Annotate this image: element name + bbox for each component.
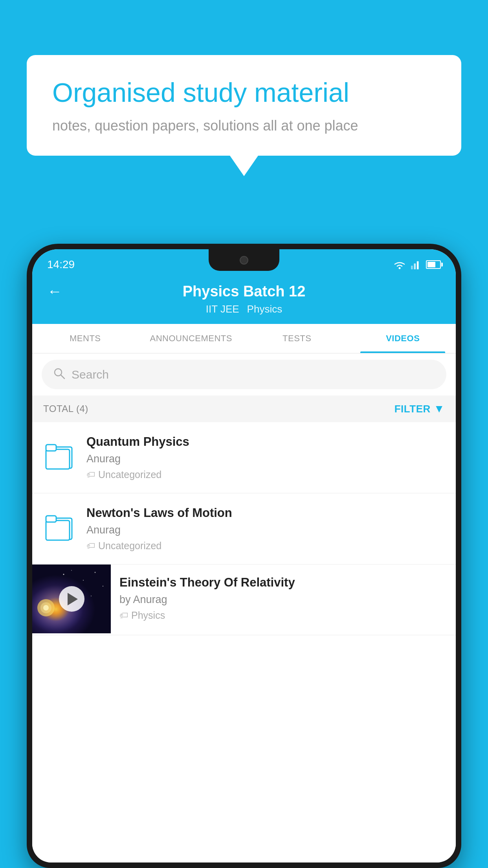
video-info-quantum: Quantum Physics Anurag 🏷 Uncategorized xyxy=(86,435,446,480)
filter-button[interactable]: FILTER ▼ xyxy=(394,403,445,415)
bubble-subtitle: notes, question papers, solutions all at… xyxy=(52,118,436,134)
phone-outer: 14:29 xyxy=(27,244,461,868)
search-bar[interactable]: Search xyxy=(42,360,446,389)
video-title: Quantum Physics xyxy=(86,435,446,449)
filter-label: FILTER xyxy=(394,403,431,415)
phone-container: 14:29 xyxy=(27,244,461,868)
svg-point-15 xyxy=(43,605,49,611)
svg-rect-1 xyxy=(411,266,413,269)
svg-point-18 xyxy=(95,572,96,573)
video-info-newton: Newton's Laws of Motion Anurag 🏷 Uncateg… xyxy=(86,506,446,552)
signal-icon xyxy=(411,259,421,270)
header-subtitle: IIT JEE Physics xyxy=(206,303,282,315)
tag-icon: 🏷 xyxy=(119,611,128,621)
tab-announcements[interactable]: ANNOUNCEMENTS xyxy=(138,324,244,353)
bubble-title: Organised study material xyxy=(52,77,436,109)
video-info-einstein: Einstein's Theory Of Relativity by Anura… xyxy=(111,565,446,632)
video-title: Newton's Laws of Motion xyxy=(86,506,446,520)
svg-rect-2 xyxy=(414,263,416,269)
list-item[interactable]: Einstein's Theory Of Relativity by Anura… xyxy=(32,565,456,635)
phone-screen: 14:29 xyxy=(32,249,456,862)
app-header: ← Physics Batch 12 IIT JEE Physics xyxy=(32,276,456,324)
tag-label: Physics xyxy=(131,610,165,621)
header-title: Physics Batch 12 xyxy=(183,283,306,300)
header-tag-iitjee: IIT JEE xyxy=(206,303,239,315)
header-top: ← Physics Batch 12 xyxy=(47,283,441,300)
list-item[interactable]: Quantum Physics Anurag 🏷 Uncategorized xyxy=(32,422,456,493)
video-author: Anurag xyxy=(86,524,446,536)
back-button[interactable]: ← xyxy=(47,283,62,300)
wifi-icon xyxy=(393,259,406,270)
folder-icon-svg xyxy=(45,438,73,471)
svg-rect-7 xyxy=(46,449,70,469)
header-tag-physics: Physics xyxy=(247,303,283,315)
filter-row: TOTAL (4) FILTER ▼ xyxy=(32,395,456,422)
phone-notch xyxy=(209,249,279,271)
battery-fill xyxy=(427,262,435,267)
tag-label: Uncategorized xyxy=(98,540,161,552)
svg-rect-8 xyxy=(46,445,56,451)
svg-point-21 xyxy=(91,596,92,596)
content-list: Quantum Physics Anurag 🏷 Uncategorized xyxy=(32,422,456,862)
video-title: Einstein's Theory Of Relativity xyxy=(119,576,446,590)
search-icon xyxy=(53,367,65,382)
video-tag: 🏷 Physics xyxy=(119,610,446,621)
phone-camera xyxy=(240,256,248,265)
video-tag: 🏷 Uncategorized xyxy=(86,540,446,552)
video-author: Anurag xyxy=(86,453,446,465)
tag-icon: 🏷 xyxy=(86,541,95,551)
thumbnail-container-einstein xyxy=(32,565,111,633)
thumbnail-bg xyxy=(32,565,111,633)
speech-bubble-container: Organised study material notes, question… xyxy=(27,55,461,156)
folder-icon-svg xyxy=(45,509,73,542)
svg-rect-11 xyxy=(46,516,56,522)
list-item[interactable]: Newton's Laws of Motion Anurag 🏷 Uncateg… xyxy=(32,493,456,565)
video-folder-icon-newton xyxy=(42,506,77,545)
battery-icon xyxy=(426,260,441,269)
video-author: by Anurag xyxy=(119,594,446,606)
svg-rect-3 xyxy=(417,261,419,269)
svg-point-20 xyxy=(71,570,72,571)
total-label: TOTAL (4) xyxy=(43,403,88,414)
tabs-bar: MENTS ANNOUNCEMENTS TESTS VIDEOS xyxy=(32,324,456,353)
speech-bubble: Organised study material notes, question… xyxy=(27,55,461,156)
status-time: 14:29 xyxy=(47,258,75,271)
tag-label: Uncategorized xyxy=(98,469,161,480)
filter-funnel-icon: ▼ xyxy=(434,403,445,415)
status-icons xyxy=(393,259,441,270)
tag-icon: 🏷 xyxy=(86,470,95,480)
svg-point-17 xyxy=(83,580,84,581)
svg-point-19 xyxy=(103,586,103,587)
play-triangle-icon xyxy=(68,593,78,605)
video-folder-icon-quantum xyxy=(42,435,77,474)
svg-point-16 xyxy=(63,574,64,575)
search-container: Search xyxy=(32,353,456,395)
tab-ments[interactable]: MENTS xyxy=(32,324,138,353)
svg-line-5 xyxy=(61,375,64,379)
tab-tests[interactable]: TESTS xyxy=(244,324,350,353)
svg-point-0 xyxy=(399,267,401,269)
svg-rect-10 xyxy=(46,520,70,540)
play-button[interactable] xyxy=(59,586,84,612)
search-placeholder: Search xyxy=(72,368,109,381)
tab-videos[interactable]: VIDEOS xyxy=(350,324,456,353)
video-tag: 🏷 Uncategorized xyxy=(86,469,446,480)
